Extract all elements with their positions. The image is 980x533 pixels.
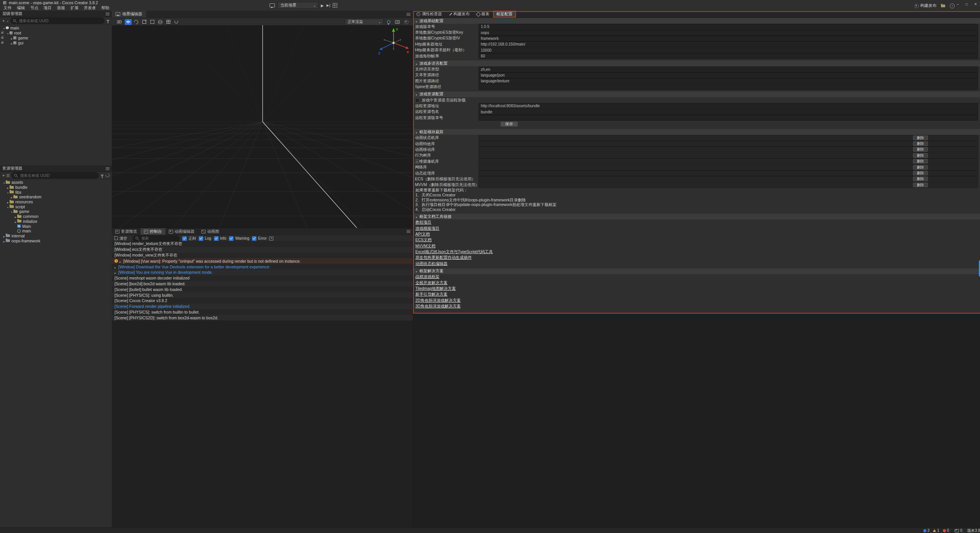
expand-arrow-icon[interactable] [10,36,13,40]
asset-assets[interactable]: assets [0,180,112,185]
expand-arrow-icon[interactable] [6,199,10,204]
step-button[interactable] [327,3,330,7]
http-server-input[interactable] [479,41,978,47]
clear-console-button[interactable]: 清空 [114,236,127,241]
solution-link[interactable]: 全栈开发解决方案 [415,280,448,286]
hierarchy-search[interactable] [10,18,105,24]
tab-asset-preview[interactable]: 资源预览 [112,228,140,235]
filter-icon[interactable] [106,20,109,22]
refresh-icon[interactable] [105,173,110,178]
render-mode-select[interactable]: 正常渲染 [345,19,383,25]
warning-count-badge[interactable]: 1 [933,528,939,533]
log-row[interactable]: [Scene] meshopt wasm decoder initialized [112,275,413,281]
panel-menu-icon[interactable] [106,167,109,170]
hierarchy-search-input[interactable] [18,18,102,23]
doc-link[interactable]: Excel格式转Json文件与TypeScript代码工具 [415,249,493,255]
section-i18n[interactable]: 游戏多语言配置 [413,60,980,66]
tab-animation-editor[interactable]: 动画编辑器 [165,228,198,235]
texture-path-input[interactable] [479,78,978,84]
scene-select[interactable]: 当前场景 [278,2,318,9]
expand-arrow-icon[interactable] [10,41,13,45]
log-row[interactable]: [Scene] [PHYSICS]: using builtin. [112,292,413,298]
doc-link[interactable]: API文档 [415,232,430,237]
http-timeout-input[interactable] [479,47,978,53]
section-game-basic[interactable]: 游戏基础配置 [413,18,980,24]
delete-button[interactable]: 删除 [913,183,928,187]
log-row[interactable]: [Scene] [box2d]:box2d wasm lib loaded. [112,281,413,287]
panel-menu-icon[interactable] [407,13,410,16]
rotate-tool-button[interactable] [133,19,140,25]
delete-button[interactable]: 删除 [913,177,928,181]
asset-main-scene[interactable]: main [0,229,112,234]
languages-input[interactable] [479,67,978,72]
add-node-button[interactable] [2,18,5,23]
solution-link[interactable]: 3D角色扮演游戏解决方案 [415,304,461,309]
delete-button[interactable]: 删除 [913,153,928,158]
save-button[interactable]: 保存 [500,121,518,127]
lock-icon[interactable] [1,42,3,44]
asset-internal[interactable]: internal [0,234,112,239]
expand-arrow-icon[interactable] [14,214,17,219]
project-folder-icon[interactable] [941,5,945,7]
snap-tool-button[interactable] [165,19,172,25]
asset-common[interactable]: common [0,214,112,219]
menu-node[interactable]: 节点 [28,5,41,11]
export-log-icon[interactable] [269,237,273,240]
expand-arrow-icon[interactable] [6,204,10,209]
light-toggle-button[interactable] [385,19,392,25]
move-tool-button[interactable] [125,19,132,25]
asset-libs[interactable]: libs [0,190,112,195]
lock-icon[interactable] [1,37,3,39]
close-button[interactable] [974,2,977,7]
tab-console[interactable]: 控制台 [140,228,165,235]
tab-service[interactable]: 服务 [473,11,493,18]
section-game-res[interactable]: 游戏资源配置 [413,92,980,97]
asset-seedrandom[interactable]: seedrandom [0,195,112,199]
doc-link[interactable]: 教程项目 [415,220,431,225]
log-row-info[interactable]: [Scene] Forward render pipeline initiali… [112,304,413,309]
text-path-input[interactable] [479,72,978,78]
asset-initialize[interactable]: initialize [0,219,112,224]
asset-resources[interactable]: resources [0,199,112,204]
asset-main-ts[interactable]: TS Main [0,224,112,229]
magnet-tool-button[interactable] [173,19,180,25]
section-solutions[interactable]: 框架解决方案 [413,268,980,274]
section-doc-links[interactable]: 框架文档工具链接 [413,214,980,219]
delete-button[interactable]: 删除 [913,171,928,175]
log-row[interactable]: [Window] model_view文件夹不存在 [112,253,413,258]
log-row-info[interactable]: [Window] Download the Vue Devtools exten… [112,264,413,270]
expand-arrow-icon[interactable] [10,209,13,214]
expand-arrow-icon[interactable] [114,270,118,275]
expand-arrow-icon[interactable] [2,239,6,243]
console-search-input[interactable] [140,236,177,241]
console-search[interactable] [133,235,180,242]
fps-input[interactable] [479,53,978,59]
tree-node-main[interactable]: main [0,25,112,30]
delete-button[interactable]: 删除 [913,141,928,146]
tab-animation-graph[interactable]: 动画图 [198,228,223,235]
spine-path-input[interactable] [479,84,978,90]
remote-version-input[interactable] [479,115,978,121]
message-count-badge[interactable]: 0 [955,528,962,533]
asset-script[interactable]: script [0,204,112,209]
delete-button[interactable]: 删除 [913,136,928,140]
expand-arrow-icon[interactable] [2,26,6,30]
build-publish-button[interactable]: 构建发布 [915,3,936,8]
tree-node-game[interactable]: game [0,35,112,40]
section-module-trim[interactable]: 框架模块裁剪 [413,129,980,135]
solution-link[interactable]: 新手引导解决方案 [415,292,448,297]
delete-button[interactable]: 删除 [913,147,928,152]
crypto-iv-input[interactable] [479,36,978,41]
crypto-key-input[interactable] [479,30,978,36]
delete-button[interactable]: 删除 [913,165,928,170]
menu-developer[interactable]: 开发者 [81,5,99,11]
expand-arrow-icon[interactable] [6,31,10,35]
camera-preview-button[interactable] [394,19,401,25]
filter-info-checkbox[interactable]: Info [214,236,227,241]
expand-arrow-icon[interactable] [2,180,6,185]
menu-file[interactable]: 文件 [1,5,14,11]
delete-button[interactable]: 删除 [913,159,928,163]
mode-3d-button[interactable]: 3D [115,20,124,24]
expand-arrow-icon[interactable] [14,219,17,224]
doc-link[interactable]: ECS文档 [415,237,432,243]
